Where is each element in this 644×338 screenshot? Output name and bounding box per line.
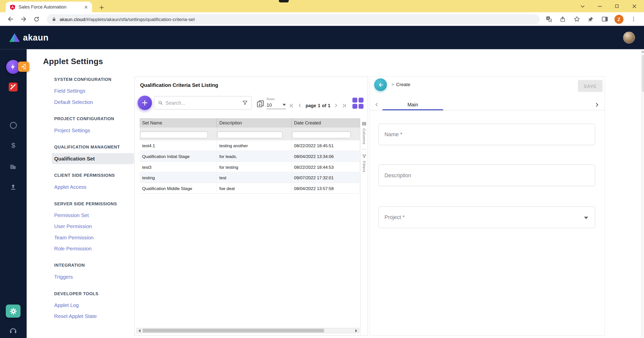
prev-page-button[interactable] — [297, 103, 302, 108]
columns-icon[interactable] — [361, 121, 367, 126]
description-field[interactable]: Description — [378, 164, 595, 186]
nav-section-project-configuration: PROJECT CONFIGURATION Project Settings — [54, 117, 131, 136]
back-icon[interactable] — [5, 14, 16, 25]
filter-input-date-created[interactable] — [292, 131, 351, 138]
sidebar-item-user-permission[interactable]: User Permission — [52, 221, 134, 232]
sidebar-item-permission-set[interactable]: Permission Set — [52, 210, 134, 221]
sidebar-item-applet-log[interactable]: Applet Log — [52, 300, 134, 311]
tab-search-chevron-icon[interactable] — [579, 3, 586, 9]
column-header-date-created[interactable]: Date Created — [292, 118, 360, 128]
scrollbar-thumb[interactable] — [642, 55, 644, 92]
tab-main[interactable]: Main — [382, 99, 443, 110]
cell-description: testing another — [217, 140, 291, 151]
cell-date-created: 08/22/2022 18:45:51 — [292, 140, 360, 151]
project-select[interactable]: Project * — [378, 206, 595, 228]
nav-section-client-side-permissions: CLIENT SIDE PERMISSIONS Applet Access — [54, 173, 131, 193]
browser-menu-icon[interactable] — [629, 15, 637, 23]
sidebar-item-reset-applet-state[interactable]: Reset Applet State — [52, 311, 134, 322]
add-button[interactable] — [138, 96, 152, 110]
vertical-scrollbar[interactable] — [641, 49, 644, 338]
horizontal-scrollbar[interactable] — [136, 328, 359, 333]
headphones-icon[interactable] — [9, 326, 17, 334]
sidebar-item-project-settings[interactable]: Project Settings — [52, 125, 134, 136]
filters-toggle[interactable]: Filters — [362, 161, 366, 173]
cell-date-created: 09/07/2022 17:32:01 — [292, 172, 360, 183]
svg-text:2: 2 — [259, 103, 260, 107]
table-row[interactable]: Qualification Initial Stage for leads. 0… — [140, 151, 360, 162]
reload-icon[interactable] — [31, 14, 42, 25]
filter-input-description[interactable] — [217, 131, 283, 138]
pin-applet-button[interactable] — [18, 62, 29, 72]
scroll-up-icon[interactable] — [641, 51, 644, 53]
column-header-set-name[interactable]: Set Name — [140, 118, 217, 128]
dashboard-grid-icon[interactable] — [10, 101, 17, 109]
side-panel-icon[interactable] — [600, 15, 609, 23]
page-total: 1 — [328, 103, 330, 108]
save-button[interactable]: SAVE — [578, 80, 602, 92]
duplicate-page-icon[interactable]: 2 — [256, 100, 265, 108]
sidebar-item-team-permission[interactable]: Team Permission — [52, 232, 134, 243]
cell-description: test — [217, 172, 291, 183]
scroll-left-icon[interactable] — [137, 328, 142, 333]
create-panel: > Create SAVE Main Name * Description Pr… — [370, 76, 605, 336]
upload-icon[interactable] — [10, 184, 17, 191]
scrollbar-thumb[interactable] — [143, 329, 324, 332]
grid-view-button[interactable] — [351, 96, 365, 110]
rows-value: 10 — [267, 102, 272, 107]
forward-icon[interactable] — [18, 14, 29, 25]
browser-profile-avatar[interactable]: Z — [614, 15, 623, 24]
table-row[interactable]: test4.1 testing another 08/22/2022 18:45… — [140, 140, 360, 151]
tab-close-icon[interactable] — [84, 5, 88, 9]
sidebar-item-applet-access[interactable]: Applet Access — [52, 181, 134, 192]
tabs-scroll-left-icon[interactable] — [374, 99, 379, 110]
last-page-button[interactable] — [342, 103, 347, 108]
table-row[interactable]: Qualification Middle Stage foe deal 08/0… — [140, 183, 360, 194]
back-button[interactable] — [374, 78, 387, 91]
settings-gear-button[interactable] — [6, 304, 21, 317]
filter-funnel-icon[interactable] — [242, 100, 248, 106]
search-box — [154, 96, 252, 110]
column-header-description[interactable]: Description — [217, 118, 291, 128]
user-avatar[interactable] — [623, 32, 635, 44]
red-applet-icon[interactable] — [9, 82, 18, 91]
window-close-icon[interactable] — [631, 3, 637, 9]
extension-pin-icon[interactable] — [587, 15, 595, 23]
cell-set-name: testing — [140, 172, 217, 183]
sidebar-item-triggers[interactable]: Triggers — [52, 271, 134, 282]
window-maximize-icon[interactable] — [614, 3, 620, 9]
breadcrumb-label: Create — [396, 82, 410, 87]
bookmark-star-icon[interactable] — [573, 15, 581, 23]
table-row[interactable]: test3 for testing 08/22/2022 18:44:53 — [140, 162, 360, 173]
window-minimize-icon[interactable] — [596, 3, 603, 9]
columns-toggle[interactable]: Columns — [362, 128, 366, 144]
sidebar-item-role-permission[interactable]: Role Permission — [52, 243, 134, 254]
circle-icon[interactable] — [10, 122, 17, 129]
share-icon[interactable] — [559, 15, 567, 23]
gear-icon — [9, 307, 17, 315]
filters-icon[interactable] — [362, 154, 367, 159]
next-page-button[interactable] — [334, 103, 339, 108]
new-tab-button[interactable] — [97, 3, 106, 12]
url-bar[interactable]: akaun.cloud/#/applets/akaun/sfa/settings… — [47, 14, 540, 24]
page-content: Applet Settings SYSTEM CONFIGURATION Fie… — [27, 49, 644, 338]
building-icon[interactable] — [9, 162, 17, 170]
pagination: page 1 of 1 — [289, 101, 347, 110]
nav-section-qualification-managment: QUALIFICATION MANAGMENT Qualification Se… — [54, 145, 131, 164]
name-field[interactable]: Name * — [378, 123, 595, 145]
scroll-right-icon[interactable] — [354, 328, 359, 333]
url-path: /#/applets/akaun/sfa/settings/qualificat… — [85, 17, 195, 22]
sidebar-item-default-selection[interactable]: Default Selection — [52, 96, 134, 107]
sidebar-item-qualification-set[interactable]: Qualification Set — [52, 153, 134, 164]
akaun-logo: akaun — [9, 33, 49, 42]
filter-input-set-name[interactable] — [140, 131, 208, 138]
tabs-scroll-right-icon[interactable] — [594, 99, 600, 110]
dollar-icon[interactable]: $ — [0, 141, 27, 150]
first-page-button[interactable] — [289, 103, 294, 108]
table-filter-row — [140, 128, 360, 140]
search-input[interactable] — [166, 100, 240, 106]
table-row[interactable]: testing test 09/07/2022 17:32:01 — [140, 172, 360, 183]
browser-tab[interactable]: Sales Force Automation — [6, 2, 92, 13]
translate-icon[interactable]: Aa — [545, 15, 553, 23]
sidebar-item-field-settings[interactable]: Field Settings — [52, 85, 134, 96]
rows-per-page-select[interactable]: Rows 10 — [267, 97, 286, 109]
